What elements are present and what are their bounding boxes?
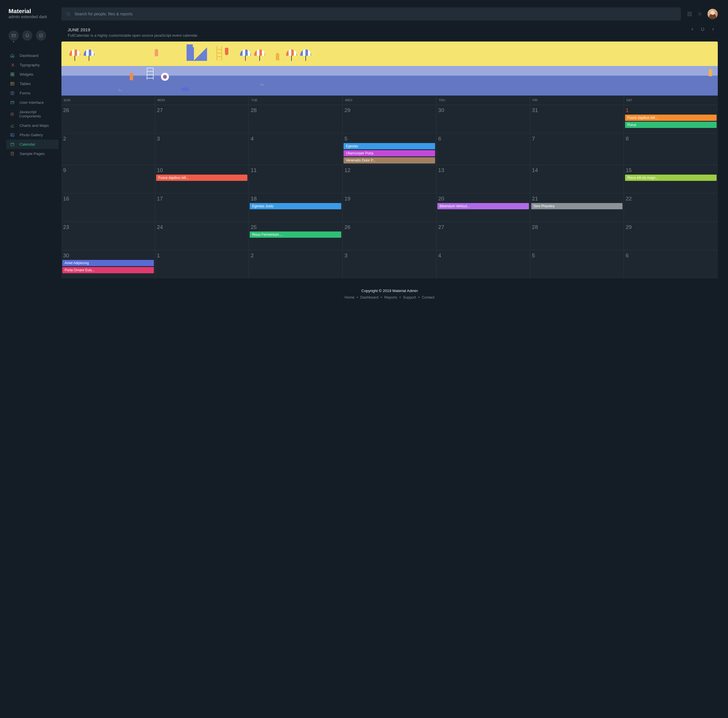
calendar-day[interactable]: 29: [624, 222, 718, 250]
calendar-event[interactable]: Risus Fermentum ...: [250, 231, 341, 238]
refresh-icon[interactable]: [701, 27, 705, 31]
search-input[interactable]: [70, 11, 676, 17]
calendar-day[interactable]: 2: [249, 250, 343, 278]
calendar-day[interactable]: 20Bibendum Vehicul...: [436, 193, 530, 222]
day-number: 27: [156, 107, 248, 115]
day-number: 7: [532, 135, 623, 143]
topbar: [61, 8, 718, 20]
calendar-event[interactable]: Purus: [625, 122, 717, 128]
calendar-day[interactable]: 23: [61, 222, 155, 250]
prev-icon[interactable]: [690, 27, 694, 31]
calendar-event[interactable]: Porta Ornare Euis...: [62, 267, 154, 273]
sidebar-item-charts-and-maps[interactable]: Charts and Maps: [6, 121, 58, 130]
calendar-day[interactable]: 26: [343, 222, 436, 250]
calendar-day[interactable]: 11: [249, 165, 343, 193]
calendar-event[interactable]: Sem Pharetra: [531, 203, 623, 209]
calendar-day[interactable]: 14: [530, 165, 624, 193]
calendar-event[interactable]: Fusce dapibus tell...: [156, 174, 248, 181]
calendar-event[interactable]: Ullamcorper Porta: [344, 150, 435, 156]
footer-link[interactable]: Dashboard: [360, 295, 378, 299]
day-number: 18: [250, 195, 341, 203]
calendar-day[interactable]: 7: [530, 133, 624, 165]
sidebar-item-dashboard[interactable]: Dashboard: [6, 51, 58, 60]
sidebar-item-widgets[interactable]: Widgets: [6, 70, 58, 79]
calendar-day[interactable]: 27: [436, 222, 530, 250]
day-number: 28: [532, 223, 623, 231]
apps-icon[interactable]: [687, 11, 692, 17]
calendar-event[interactable]: Egestas: [344, 143, 435, 149]
sidebar-item-tables[interactable]: Tables: [6, 79, 58, 89]
calendar-day[interactable]: 24: [155, 222, 249, 250]
calendar-event[interactable]: Fusce dapibus tell...: [625, 115, 717, 121]
calendar-day[interactable]: 21Sem Pharetra: [530, 193, 624, 222]
calendar-day[interactable]: 4: [436, 250, 530, 278]
calendar-day[interactable]: 19: [343, 193, 436, 222]
search-icon: [66, 12, 70, 16]
calendar-event[interactable]: Amet Adipiscing: [62, 260, 154, 266]
calendar-day[interactable]: 25Risus Fermentum ...: [249, 222, 343, 250]
sidebar-item-calendar[interactable]: Calendar: [6, 140, 58, 149]
calendar-day[interactable]: 6: [436, 133, 530, 165]
calendar-day[interactable]: 2: [61, 133, 155, 165]
day-number: 25: [250, 223, 341, 231]
calendar-day[interactable]: 17: [155, 193, 249, 222]
calendar-day[interactable]: 30: [436, 105, 530, 133]
svg-rect-12: [11, 143, 14, 146]
logo: Material admin extended dark: [0, 8, 61, 26]
footer-link[interactable]: Home: [345, 295, 355, 299]
svg-rect-6: [11, 82, 14, 85]
day-number: 1: [625, 107, 717, 115]
calendar-day[interactable]: 30Amet AdipiscingPorta Ornare Euis...: [61, 250, 155, 278]
calendar-week: 2345EgestasUllamcorper PortaVenenatis Do…: [61, 133, 718, 165]
next-icon[interactable]: [711, 27, 715, 31]
mail-icon[interactable]: ●: [9, 31, 19, 41]
sidebar-item-forms[interactable]: Forms: [6, 89, 58, 98]
calendar-day[interactable]: 26: [61, 105, 155, 133]
footer-link[interactable]: Contact: [422, 295, 434, 299]
calendar-day[interactable]: 4: [249, 133, 343, 165]
calendar-day[interactable]: 28: [530, 222, 624, 250]
calendar-day[interactable]: 27: [155, 105, 249, 133]
calendar-day[interactable]: 3: [155, 133, 249, 165]
main: JUNE 2019 FullCalendar is a highly custo…: [61, 0, 728, 718]
calendar-day[interactable]: 10Fusce dapibus tell...: [155, 165, 249, 193]
check-icon[interactable]: [36, 31, 46, 41]
svg-rect-0: [12, 34, 15, 37]
sidebar-item-user-interface[interactable]: User Interface: [6, 98, 58, 107]
sidebar-item-sample-pages[interactable]: Sample Pages: [6, 149, 58, 158]
calendar-event[interactable]: Venenatis Dolor P...: [344, 157, 435, 163]
footer-link[interactable]: Support: [403, 295, 416, 299]
calendar-day[interactable]: 5: [530, 250, 624, 278]
calendar-event[interactable]: Egestas Justo: [250, 203, 341, 209]
type-icon: [10, 63, 14, 67]
bell-icon[interactable]: [22, 31, 32, 41]
calendar-day[interactable]: 6: [624, 250, 718, 278]
sidebar-item-photo-gallery[interactable]: Photo Gallery: [6, 130, 58, 140]
footer-link[interactable]: Reports: [384, 295, 397, 299]
calendar-day[interactable]: 29: [343, 105, 436, 133]
calendar-day[interactable]: 1Fusce dapibus tell...Purus: [624, 105, 718, 133]
calendar-day[interactable]: 31: [530, 105, 624, 133]
page-title: JUNE 2019: [68, 27, 198, 32]
calendar-day[interactable]: 12: [343, 165, 436, 193]
calendar-day[interactable]: 5EgestasUllamcorper PortaVenenatis Dolor…: [343, 133, 436, 165]
calendar-day[interactable]: 8: [624, 133, 718, 165]
chart-icon: [10, 124, 14, 128]
calendar-day[interactable]: 16: [61, 193, 155, 222]
gear-icon[interactable]: [697, 11, 702, 17]
calendar-day[interactable]: 15Risus elit da magn...: [624, 165, 718, 193]
calendar-day[interactable]: 9: [61, 165, 155, 193]
calendar-day[interactable]: 1: [155, 250, 249, 278]
calendar-day[interactable]: 18Egestas Justo: [249, 193, 343, 222]
calendar-day[interactable]: 28: [249, 105, 343, 133]
calendar-event[interactable]: Bibendum Vehicul...: [437, 203, 529, 209]
calendar-event[interactable]: Risus elit da magn...: [625, 174, 717, 181]
calendar-day[interactable]: 22: [624, 193, 718, 222]
search[interactable]: [61, 8, 681, 20]
avatar[interactable]: [708, 9, 718, 19]
calendar-day[interactable]: 13: [436, 165, 530, 193]
sidebar-item-typography[interactable]: Typography: [6, 60, 58, 70]
calendar-day[interactable]: 3: [343, 250, 436, 278]
sidebar-item-javascript-components[interactable]: Javascript Components: [6, 107, 58, 121]
svg-point-14: [67, 12, 69, 15]
